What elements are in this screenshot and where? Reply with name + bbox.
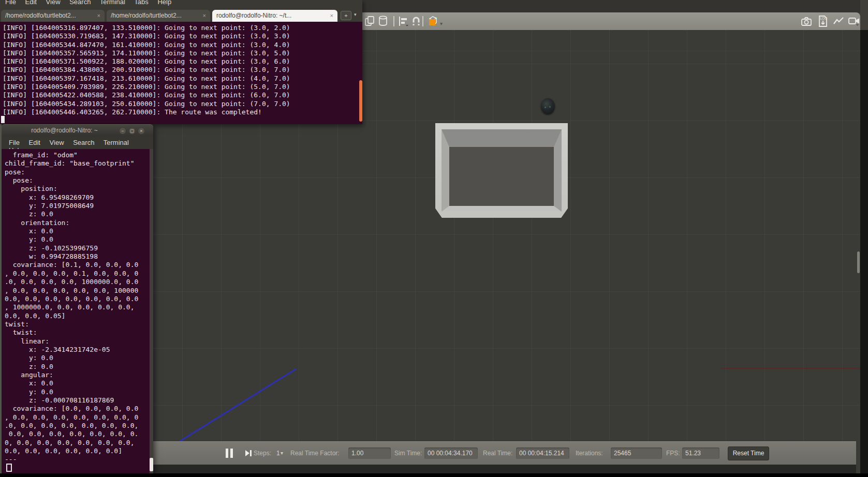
desktop-screen: ▾ LOG [0,0,868,477]
terminal-window-ros-log: File Edit View Search Terminal Tabs Help… [0,0,362,124]
real-time-field[interactable]: 00 00:04:15.214 [516,448,569,459]
menu-terminal[interactable]: Terminal [104,139,129,146]
sim-time-label: Sim Time: [394,450,422,457]
screen-right-edge [860,0,868,477]
fps-field[interactable]: 51.23 [682,448,719,459]
log-record-icon[interactable]: LOG [817,15,829,27]
terminal2-cursor [6,464,12,472]
terminal1-cursor [1,116,5,123]
screen-bottom-edge [0,473,868,477]
iterations-label: Iterations: [576,450,603,457]
terminal1-menubar: File Edit View Search Terminal Tabs Help [0,0,362,8]
sim-time-field[interactable]: 00 00:04:34.170 [424,448,478,459]
paste-cylinder-icon[interactable] [377,15,389,27]
toolbar-separator [393,16,394,26]
iterations-field[interactable]: 25465 [611,448,662,459]
gazebo-toolbar: ▾ LOG [331,12,860,30]
terminal2-scrollbar-track[interactable] [150,149,153,473]
terminal2-titlebar[interactable]: rodolfo@rodolfo-Nitro: ~ − ◻ × [2,124,153,137]
terminal1-scrollbar[interactable] [359,80,362,122]
align-icon[interactable] [398,15,410,27]
screen-right-edge-top [860,0,868,30]
fps-label: FPS: [666,450,680,457]
rtf-label: Real Time Factor: [290,450,340,457]
gazebo-title-strip [331,0,862,12]
rtf-field[interactable]: 1.00 [348,448,391,459]
screenshot-camera-icon[interactable] [800,15,813,27]
snap-magnet-icon[interactable] [410,15,422,27]
enclosure-floor [442,129,562,212]
terminal-window-odom: rodolfo@rodolfo-Nitro: ~ − ◻ × File Edit… [0,124,153,473]
minimize-button[interactable]: − [119,127,126,135]
close-button[interactable]: × [138,127,145,135]
plot-icon[interactable] [832,15,845,27]
terminal2-menubar: File Edit View Search Terminal Help [2,137,153,149]
menu-file[interactable]: File [5,0,16,6]
terminal-tab-2[interactable]: × /home/rodolfo/turtlebot2... [107,10,210,22]
terminal2-scrollbar-thumb[interactable] [150,458,153,471]
menu-help[interactable]: Help [157,0,171,6]
terminal1-output[interactable]: [INFO] [1604005316.897407, 133.510000]: … [0,22,362,124]
menu-search[interactable]: Search [69,0,91,6]
terminal-tab-1[interactable]: × /home/rodolfo/turtlebot2... [1,10,105,22]
right-panel-handle[interactable] [857,251,860,273]
toolbar-separator [422,16,423,26]
turtlebot-model[interactable] [541,98,555,114]
odom-message-lines: frame_id: "odom" child_frame_id: "base_f… [2,149,153,464]
pause-button[interactable] [226,449,234,458]
steps-value[interactable]: 1 [276,450,280,457]
real-time-label: Real Time: [483,450,512,457]
new-tab-button[interactable]: + [341,11,351,20]
menu-tabs[interactable]: Tabs [134,0,148,6]
menu-view[interactable]: View [50,139,64,146]
step-button[interactable] [244,449,253,457]
steps-label: Steps: [254,450,271,457]
video-record-icon[interactable] [848,15,860,27]
insert-cube-icon[interactable] [426,15,439,27]
copy-icon[interactable] [363,15,376,27]
terminal1-tabbar: × /home/rodolfo/turtlebot2... × /home/ro… [0,8,362,22]
tab-close-icon[interactable]: × [97,10,100,22]
steps-caret-icon[interactable]: ▾ [281,450,283,456]
tab-close-icon[interactable]: × [330,10,333,22]
simulation-statusbar: Steps: 1 ▾ Real Time Factor: 1.00 Sim Ti… [153,441,856,465]
terminal2-output[interactable]: frame_id: "odom" child_frame_id: "base_f… [2,149,153,473]
tab-close-icon[interactable]: × [203,10,206,22]
menu-search[interactable]: Search [73,139,94,146]
menu-file[interactable]: File [9,139,20,146]
maximize-button[interactable]: ◻ [128,127,136,135]
menu-terminal[interactable]: Terminal [100,0,125,6]
menu-view[interactable]: View [46,0,61,6]
cube-dropdown-caret[interactable]: ▾ [440,21,443,26]
svg-text:LOG: LOG [820,17,828,20]
reset-time-button[interactable]: Reset Time [728,446,769,460]
statusbar-lower-strip [153,465,856,473]
menu-edit[interactable]: Edit [25,0,37,6]
ros-log-lines: [INFO] [1604005316.897407, 133.510000]: … [0,22,362,116]
walled-enclosure-model[interactable] [435,123,568,218]
new-tab-caret-icon[interactable]: ▾ [354,12,357,17]
menu-edit[interactable]: Edit [29,139,40,146]
terminal-tab-3-active[interactable]: × rodolfo@rodolfo-Nitro: ~/t... [212,10,337,22]
